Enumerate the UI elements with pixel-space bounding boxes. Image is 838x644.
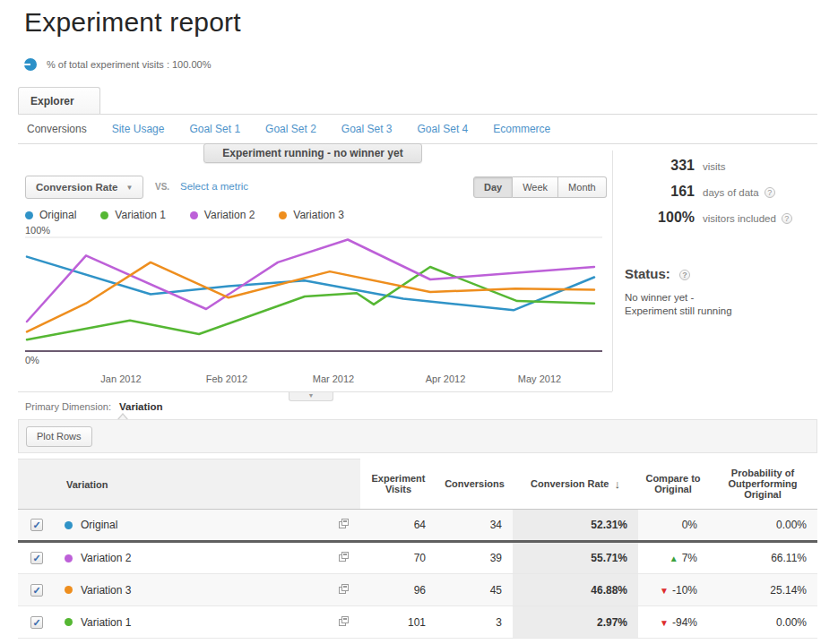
- variation-cell: Variation 3: [61, 583, 350, 597]
- experiment-report-page: Experiment report % of total experiment …: [0, 0, 838, 644]
- panel-divider: [612, 150, 613, 391]
- row-checkbox[interactable]: ✓: [30, 616, 43, 629]
- granularity-month-button[interactable]: Month: [558, 176, 607, 198]
- primary-dimension-label: Primary Dimension:: [25, 401, 111, 412]
- row-checkbox[interactable]: ✓: [30, 584, 43, 597]
- variation-name: Variation 3: [81, 584, 131, 597]
- legend-color-dot: [190, 211, 198, 219]
- series-color-dot: [65, 586, 73, 594]
- chart-legend: OriginalVariation 1Variation 2Variation …: [25, 209, 344, 221]
- conversion-rate-value: 2.97%: [513, 606, 638, 639]
- column-header-variation[interactable]: Variation: [56, 459, 360, 510]
- row-checkbox[interactable]: ✓: [30, 519, 43, 531]
- help-icon[interactable]: ?: [765, 187, 775, 198]
- granularity-week-button[interactable]: Week: [513, 176, 558, 198]
- conversion-rate-line-chart: 100%0%Jan 2012Feb 2012Mar 2012Apr 2012Ma…: [18, 225, 612, 391]
- subnav-item-goal-set-4[interactable]: Goal Set 4: [418, 123, 469, 135]
- subnav-item-goal-set-2[interactable]: Goal Set 2: [265, 123, 316, 135]
- granularity-toggle: DayWeekMonth: [473, 176, 607, 198]
- stat-label: days of data?: [703, 187, 775, 198]
- column-header-probability[interactable]: Probability of Outperforming Original: [708, 459, 817, 510]
- series-color-dot: [65, 618, 73, 626]
- metric-dropdown[interactable]: Conversion Rate ▼: [25, 176, 143, 199]
- variation-name: Original: [81, 519, 117, 531]
- legend-color-dot: [279, 211, 287, 219]
- subnav-item-ecommerce[interactable]: Ecommerce: [493, 123, 550, 135]
- series-color-dot: [65, 521, 73, 529]
- compare-value: -94%: [672, 616, 697, 629]
- arrow-up-icon: ▲: [670, 554, 678, 563]
- x-axis-label-jan-2012: Jan 2012: [100, 374, 141, 384]
- arrow-down-icon: ▼: [660, 618, 669, 628]
- probability-value: 0.00%: [708, 510, 817, 542]
- stat-days-of-data: 161days of data?: [623, 184, 792, 200]
- compare-value: -10%: [672, 584, 697, 597]
- visits-share-text: % of total experiment visits : 100.00%: [47, 59, 211, 70]
- series-line-original: [27, 257, 594, 311]
- granularity-day-button[interactable]: Day: [473, 176, 513, 198]
- subnav-item-goal-set-3[interactable]: Goal Set 3: [341, 123, 393, 135]
- variation-name-cell: Variation 3: [56, 574, 360, 606]
- probability-value: 25.14%: [708, 574, 817, 606]
- metric-dropdown-label: Conversion Rate: [36, 182, 117, 193]
- open-report-icon[interactable]: [338, 583, 350, 597]
- legend-item-variation-3: Variation 3: [279, 209, 343, 221]
- column-header-experiment-visits[interactable]: Experiment Visits: [360, 459, 436, 510]
- compare-to-original-value: ▼-94%: [638, 606, 708, 639]
- open-report-icon[interactable]: [338, 551, 350, 565]
- compare-value: 0%: [682, 519, 697, 531]
- subnav-item-goal-set-1[interactable]: Goal Set 1: [189, 123, 240, 135]
- table-header-row: Variation Experiment Visits Conversions …: [18, 459, 817, 510]
- column-header-conversions[interactable]: Conversions: [436, 459, 513, 510]
- row-checkbox[interactable]: ✓: [30, 552, 43, 564]
- stat-value: 100%: [623, 210, 695, 226]
- stat-label: visits: [703, 161, 726, 172]
- legend-label: Variation 2: [204, 209, 255, 221]
- stat-label: visitors included?: [703, 213, 792, 224]
- help-icon[interactable]: ?: [679, 270, 690, 280]
- chart-collapse-handle[interactable]: ▼: [289, 392, 333, 401]
- help-icon[interactable]: ?: [782, 213, 792, 224]
- series-color-dot: [65, 554, 73, 562]
- conversions-value: 34: [436, 510, 513, 542]
- status-line: No winner yet -: [625, 291, 732, 305]
- x-axis-label-feb-2012: Feb 2012: [206, 374, 247, 384]
- conversion-rate-value: 55.71%: [513, 542, 638, 574]
- variation-name-cell: Variation 2: [56, 542, 360, 574]
- variation-name-cell: Original: [56, 510, 360, 542]
- visits-share-summary: % of total experiment visits : 100.00%: [24, 58, 211, 71]
- compare-to-original-value: ▼-10%: [638, 574, 708, 606]
- legend-color-dot: [25, 211, 33, 219]
- x-axis-label-may-2012: May 2012: [518, 374, 561, 384]
- open-report-icon[interactable]: [338, 518, 350, 532]
- plot-rows-button[interactable]: Plot Rows: [26, 426, 92, 447]
- row-checkbox-cell: ✓: [18, 574, 56, 606]
- open-report-icon[interactable]: [338, 615, 350, 630]
- experiment-visits-value: 96: [360, 574, 436, 606]
- legend-item-variation-2: Variation 2: [190, 209, 255, 221]
- compare-value: 7%: [682, 552, 697, 564]
- row-checkbox-cell: ✓: [18, 606, 56, 639]
- primary-dimension-value[interactable]: Variation: [119, 401, 163, 412]
- x-axis-label-mar-2012: Mar 2012: [313, 374, 354, 384]
- x-axis-label-apr-2012: Apr 2012: [426, 374, 466, 384]
- variation-name: Variation 1: [81, 616, 131, 629]
- primary-dimension-notch: [117, 413, 128, 419]
- page-title: Experiment report: [24, 7, 241, 38]
- variation-cell: Variation 2: [61, 551, 350, 565]
- conversions-value: 39: [436, 542, 513, 574]
- subnav-item-conversions[interactable]: Conversions: [27, 123, 87, 135]
- compare-to-original-value: 0%: [638, 510, 708, 542]
- subnav-item-site-usage[interactable]: Site Usage: [112, 123, 165, 135]
- column-header-compare-to-original[interactable]: Compare to Original: [638, 459, 708, 510]
- legend-item-variation-1: Variation 1: [100, 209, 165, 221]
- tabstrip-divider: [18, 114, 817, 115]
- status-line: Experiment still running: [625, 305, 732, 318]
- select-metric-link[interactable]: Select a metric: [180, 181, 248, 192]
- experiment-visits-value: 64: [360, 510, 436, 542]
- column-header-conversion-rate[interactable]: Conversion Rate ↓: [513, 459, 638, 510]
- variation-name-cell: Variation 1: [56, 606, 360, 639]
- tab-explorer[interactable]: Explorer: [18, 87, 100, 115]
- column-header-checkbox: [18, 459, 56, 510]
- experiment-status-banner: Experiment running - no winner yet: [203, 143, 422, 163]
